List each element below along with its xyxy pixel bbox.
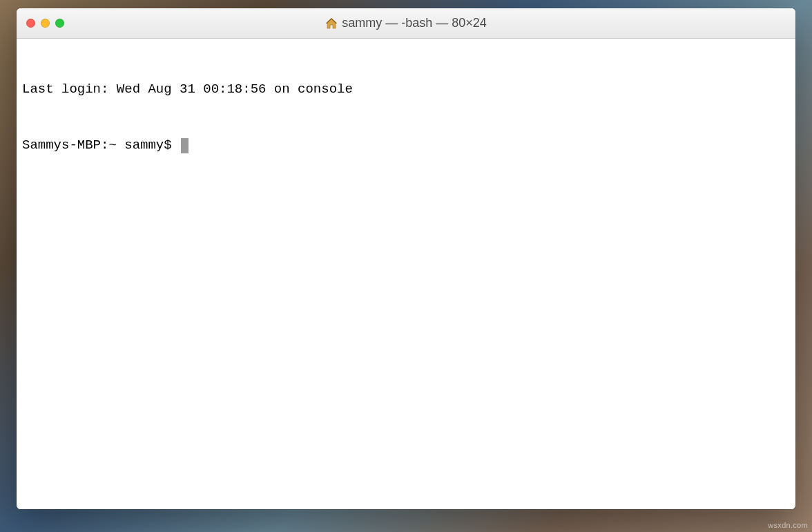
- traffic-lights: [26, 19, 64, 28]
- window-titlebar[interactable]: sammy — -bash — 80×24: [17, 8, 795, 39]
- prompt-text: Sammys-MBP:~ sammy$: [22, 136, 180, 155]
- prompt-line: Sammys-MBP:~ sammy$: [22, 136, 790, 155]
- window-title: sammy — -bash — 80×24: [342, 16, 487, 30]
- last-login-line: Last login: Wed Aug 31 00:18:56 on conso…: [22, 80, 790, 99]
- terminal-window: sammy — -bash — 80×24 Last login: Wed Au…: [17, 8, 795, 509]
- cursor: [181, 138, 188, 153]
- home-icon: [325, 17, 338, 30]
- maximize-button[interactable]: [55, 19, 64, 28]
- minimize-button[interactable]: [41, 19, 50, 28]
- title-wrap: sammy — -bash — 80×24: [17, 16, 795, 30]
- close-button[interactable]: [26, 19, 35, 28]
- terminal-body[interactable]: Last login: Wed Aug 31 00:18:56 on conso…: [17, 39, 795, 509]
- watermark: wsxdn.com: [768, 521, 808, 529]
